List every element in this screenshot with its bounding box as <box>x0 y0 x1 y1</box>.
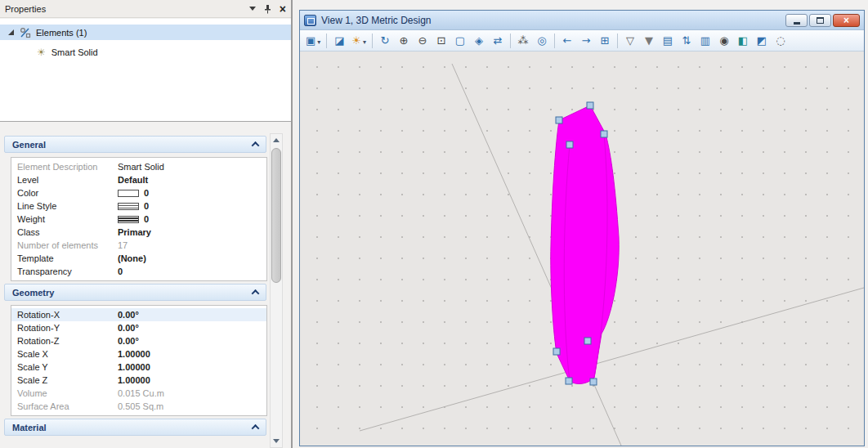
selection-handle[interactable] <box>566 141 573 148</box>
tree-item-smart-solid[interactable]: ☀ Smart Solid <box>0 44 291 60</box>
zoom-out-icon: ⊖ <box>418 35 427 46</box>
saved-views-button[interactable]: ▥ <box>696 32 714 50</box>
zoom-in-icon: ⊕ <box>400 35 409 46</box>
clip-volume-icon: ▽ <box>626 35 634 46</box>
minimize-button[interactable] <box>785 14 808 27</box>
view-previous-icon: ← <box>563 35 572 46</box>
collapse-chevron-icon[interactable] <box>252 424 260 432</box>
collapse-chevron-icon[interactable] <box>252 289 260 298</box>
sort-levels-button[interactable]: ⇅ <box>678 32 696 50</box>
tree-item-elements-label: Elements (1) <box>36 28 87 38</box>
property-row: Element Description Smart Solid <box>11 160 266 173</box>
view-attributes-icon: ◪ <box>334 35 344 46</box>
property-row: Color 0 <box>11 186 266 199</box>
selection-handle[interactable] <box>553 348 560 355</box>
define-camera-button[interactable]: ◉ <box>715 32 733 50</box>
scrollbar-thumb[interactable] <box>271 148 281 283</box>
section-title-geometry: Geometry <box>12 288 54 298</box>
selection-handle[interactable] <box>566 378 572 384</box>
toolbar-separator <box>372 34 373 48</box>
navigate-view-button[interactable]: ◎ <box>533 32 551 50</box>
property-row: Scale Z 1.00000 <box>11 374 266 387</box>
property-row: Rotation-Z 0.00° <box>11 334 266 347</box>
clip-volume-button[interactable]: ▽ <box>621 32 639 50</box>
panel-close-icon[interactable] <box>280 3 286 15</box>
properties-title: Properties <box>5 4 46 14</box>
property-row: Volume 0.015 Cu.m <box>11 387 266 400</box>
level-display-button[interactable]: ▤ <box>659 32 677 50</box>
adjust-view-brightness-button[interactable]: ☀ <box>349 32 369 50</box>
pan-view-button[interactable]: ⇄ <box>489 32 507 50</box>
adjust-view-brightness-icon: ☀ <box>351 35 361 46</box>
selection-handle[interactable] <box>556 117 562 123</box>
value-swatch <box>118 203 139 210</box>
property-row: Scale Y 1.00000 <box>11 361 266 374</box>
copy-view-button[interactable]: ⊞ <box>596 32 614 50</box>
view-title: View 1, 3D Metric Design <box>321 15 432 26</box>
view-next-button[interactable]: → <box>577 32 595 50</box>
view-attributes-button[interactable]: ◪ <box>330 32 348 50</box>
view-next-icon: → <box>582 35 591 46</box>
scrollbar-up-icon[interactable] <box>271 134 282 146</box>
maximize-button[interactable] <box>809 14 831 27</box>
view-titlebar[interactable]: View 1, 3D Metric Design <box>300 11 864 30</box>
view-previous-button[interactable]: ← <box>558 32 576 50</box>
selection-handle[interactable] <box>584 338 591 344</box>
walk-button[interactable]: ⁂ <box>514 32 532 50</box>
fit-view-icon: ▢ <box>455 35 465 46</box>
navigate-rotation-button[interactable]: ◌ <box>772 32 790 50</box>
clip-mask-icon: ▼ <box>645 35 653 46</box>
tree-expander-icon[interactable] <box>8 29 14 35</box>
property-row: Number of elements 17 <box>11 239 266 252</box>
panel-menu-icon[interactable] <box>249 7 256 11</box>
scrollbar-down-icon[interactable] <box>271 435 282 447</box>
close-button[interactable] <box>833 14 860 27</box>
element-tree: Elements (1) ☀ Smart Solid <box>0 19 291 122</box>
zoom-in-button[interactable]: ⊕ <box>395 32 413 50</box>
pin-icon[interactable] <box>263 4 272 14</box>
dropdown-arrow-icon[interactable] <box>361 34 366 47</box>
render-icon: ◧ <box>738 35 748 46</box>
sort-levels-icon: ⇅ <box>682 35 691 46</box>
properties-scrollbar[interactable] <box>270 133 283 448</box>
clip-mask-button[interactable]: ▼ <box>640 32 658 50</box>
fit-view-button[interactable]: ▢ <box>451 32 469 50</box>
property-row: Weight 0 <box>11 213 266 226</box>
minimize-icon <box>794 22 800 25</box>
rotate-view-button[interactable]: ◈ <box>470 32 488 50</box>
maximize-icon <box>817 17 824 24</box>
general-property-grid: Element Description Smart Solid Level De… <box>11 157 267 281</box>
view-display-mode-icon: ▣ <box>306 35 315 46</box>
view-cube-button[interactable]: ◩ <box>753 32 771 50</box>
zoom-out-button[interactable]: ⊖ <box>414 32 432 50</box>
collapse-chevron-icon[interactable] <box>252 141 260 150</box>
tree-item-smart-solid-label: Smart Solid <box>51 47 98 57</box>
pan-view-icon: ⇄ <box>494 35 503 46</box>
view-display-mode-button[interactable]: ▣ <box>303 32 323 50</box>
update-view-icon: ↻ <box>381 35 390 46</box>
properties-panel: Properties Elements ( <box>0 0 293 448</box>
selection-handle[interactable] <box>590 379 597 385</box>
window-area-button[interactable]: ⊡ <box>432 32 450 50</box>
update-view-button[interactable]: ↻ <box>376 32 394 50</box>
elements-icon <box>20 27 31 38</box>
walk-icon: ⁂ <box>517 35 528 46</box>
saved-views-icon: ▥ <box>700 35 710 46</box>
selection-handle[interactable] <box>587 102 593 109</box>
toolbar-separator <box>326 34 327 48</box>
geometry-property-grid: Rotation-X 0.00° Rotation-Y 0.00° Rotati… <box>11 305 267 416</box>
view-canvas[interactable] <box>300 52 864 446</box>
view-window: View 1, 3D Metric Design ▣ ◪ ☀ <box>299 10 865 446</box>
tree-item-elements[interactable]: Elements (1) <box>0 25 291 40</box>
view-toolbar: ▣ ◪ ☀ ↻ ⊕ ⊖ <box>300 30 864 52</box>
render-button[interactable]: ◧ <box>734 32 752 50</box>
selection-handle[interactable] <box>601 131 607 137</box>
dropdown-arrow-icon[interactable] <box>315 34 320 47</box>
section-header-geometry[interactable]: Geometry <box>4 284 266 301</box>
axis-line <box>360 288 864 431</box>
section-header-material[interactable]: Material <box>4 419 266 436</box>
property-row: Template (None) <box>11 252 266 265</box>
toolbar-separator <box>510 34 511 48</box>
section-header-general[interactable]: General <box>4 136 266 153</box>
view-window-icon <box>304 15 316 26</box>
